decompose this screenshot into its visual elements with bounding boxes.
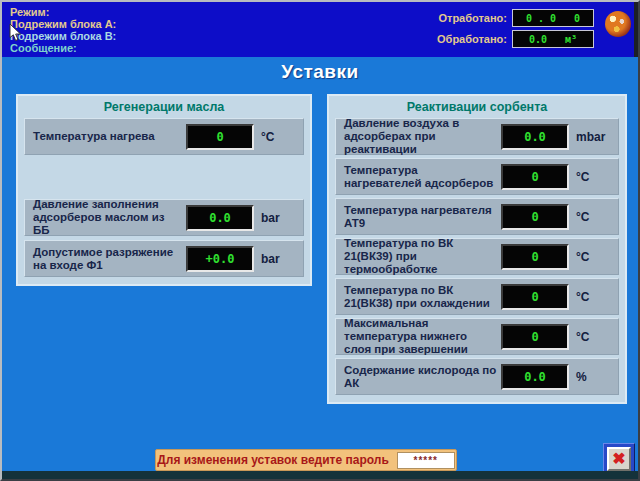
setpoint-value-display[interactable]: 0: [501, 284, 569, 310]
operation-counters: Отработано:0 . 0 0Обработано:0.0 м³: [437, 9, 594, 51]
setpoint-row: Допустимое разряжение на входе Ф1+0.0bar: [24, 240, 304, 277]
setpoint-label: Температура нагрева: [33, 130, 186, 143]
setpoint-unit: °C: [576, 290, 612, 304]
setpoint-unit: bar: [261, 211, 297, 225]
counter-row-1: Обработано:0.0 м³: [437, 30, 594, 48]
top-status-bar: Режим:Подрежим блока А:Подрежим блока В:…: [2, 2, 638, 57]
setpoint-value-display[interactable]: 0.0: [501, 364, 569, 390]
setpoint-row: Температура по ВК 21(ВК38) при охлаждени…: [335, 278, 619, 315]
setpoint-row: Температура нагрева0°C: [24, 118, 304, 155]
setpoint-label: Температура по ВК 21(ВК38) при охлаждени…: [344, 284, 501, 310]
setpoint-unit: °C: [576, 330, 612, 344]
setpoint-value-display[interactable]: 0: [501, 324, 569, 350]
page-title: Уставки: [2, 61, 638, 83]
setpoint-row: Температура нагревателей адсорберов0°C: [335, 158, 619, 195]
setpoint-row: Давление заполнения адсорберов маслом из…: [24, 199, 304, 236]
counter-value-display: 0 . 0 0: [512, 9, 594, 27]
panel-oil-regeneration: Регенерации масла Температура нагрева0°C…: [16, 94, 312, 286]
setpoint-label: Максимальная температура нижнего слоя пр…: [344, 317, 501, 356]
setpoint-label: Содержание кислорода по АК: [344, 364, 501, 390]
counter-value-display: 0.0 м³: [512, 30, 594, 48]
setpoint-label: Давление заполнения адсорберов маслом из…: [33, 198, 186, 237]
status-label-2: Подрежим блока В:: [10, 30, 116, 42]
row-spacer: [24, 159, 304, 195]
setpoint-row: Температура нагревателя АТ90°C: [335, 198, 619, 235]
window-edge: [634, 2, 638, 57]
setpoint-row: Содержание кислорода по АК0.0%: [335, 358, 619, 395]
close-icon: ✖: [607, 447, 631, 471]
setpoint-value-display[interactable]: 0: [501, 164, 569, 190]
setpoint-row: Температура по ВК 21(ВК39) при термообра…: [335, 238, 619, 275]
counter-label: Отработано:: [438, 12, 507, 24]
setpoint-value-display[interactable]: 0.0: [186, 205, 254, 231]
setpoint-row: Давление воздуха в адсорберах при реакти…: [335, 118, 619, 155]
password-prompt-bar: Для изменения уставок ведите пароль ****…: [155, 449, 457, 471]
setpoint-unit: %: [576, 370, 612, 384]
status-label-0: Режим:: [10, 6, 116, 18]
panel-sorbent-reactivation: Реактивации сорбента Давление воздуха в …: [327, 94, 627, 404]
setpoint-unit: °C: [261, 130, 297, 144]
password-input[interactable]: *****: [397, 452, 455, 469]
password-prompt-text: Для изменения уставок ведите пароль: [157, 453, 389, 467]
setpoint-row: Максимальная температура нижнего слоя пр…: [335, 318, 619, 355]
setpoint-unit: bar: [261, 252, 297, 266]
setpoint-label: Допустимое разряжение на входе Ф1: [33, 246, 186, 272]
hmi-setpoints-screen: Режим:Подрежим блока А:Подрежим блока В:…: [0, 0, 640, 481]
app-logo-icon: [605, 11, 631, 37]
panel-oil-regeneration-title: Регенерации масла: [24, 99, 304, 118]
mouse-cursor-icon: [9, 23, 22, 42]
counter-label: Обработано:: [437, 33, 507, 45]
mode-labels: Режим:Подрежим блока А:Подрежим блока В:…: [10, 6, 116, 54]
counter-row-0: Отработано:0 . 0 0: [437, 9, 594, 27]
status-label-1: Подрежим блока А:: [10, 18, 116, 30]
setpoint-unit: °C: [576, 210, 612, 224]
panel-sorbent-reactivation-title: Реактивации сорбента: [335, 99, 619, 118]
bottom-edge-strip: [2, 471, 638, 479]
setpoint-value-display[interactable]: 0: [186, 124, 254, 150]
setpoint-unit: °C: [576, 170, 612, 184]
panel-sorbent-reactivation-rows: Давление воздуха в адсорберах при реакти…: [335, 118, 619, 395]
setpoint-label: Температура по ВК 21(ВК39) при термообра…: [344, 237, 501, 276]
setpoint-value-display[interactable]: 0: [501, 204, 569, 230]
setpoint-unit: mbar: [576, 130, 612, 144]
setpoint-label: Давление воздуха в адсорберах при реакти…: [344, 117, 501, 156]
setpoint-value-display[interactable]: 0.0: [501, 124, 569, 150]
setpoint-unit: °C: [576, 250, 612, 264]
setpoint-value-display[interactable]: 0: [501, 244, 569, 270]
panel-oil-regeneration-rows: Температура нагрева0°CДавление заполнени…: [24, 118, 304, 277]
setpoint-label: Температура нагревателя АТ9: [344, 204, 501, 230]
status-label-3: Сообщение:: [10, 42, 116, 54]
setpoint-value-display[interactable]: +0.0: [186, 246, 254, 272]
setpoint-label: Температура нагревателей адсорберов: [344, 164, 501, 190]
